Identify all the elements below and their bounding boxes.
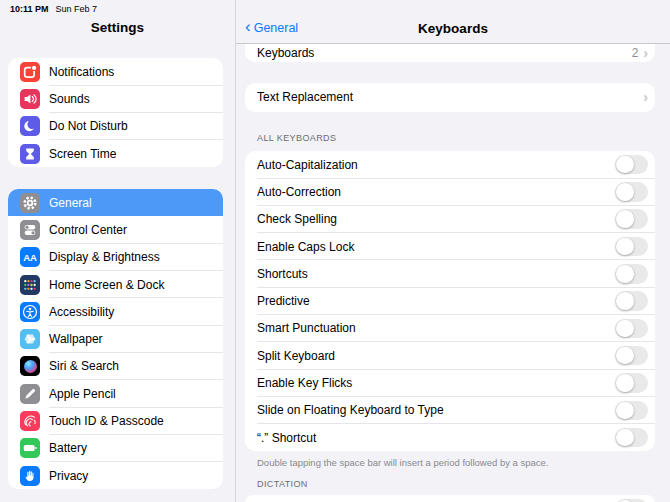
sidebar-item-label: Display & Brightness [49,250,160,264]
settings-sidebar: Settings NotificationsSoundsDo Not Distu… [0,0,235,502]
toggle-enable-key-flicks[interactable] [615,373,648,393]
home-screen-dock-icon [20,275,40,295]
sidebar-item-label: Do Not Disturb [49,119,128,133]
sidebar-item-battery[interactable]: Battery [8,435,223,462]
setting-label: Shortcuts [257,267,308,281]
setting-row-shortcut: “.” Shortcut [245,424,655,451]
setting-label: Auto-Correction [257,185,341,199]
toggle-smart-punctuation[interactable] [615,319,648,339]
sidebar-item-do-not-disturb[interactable]: Do Not Disturb [8,113,223,140]
sidebar-item-label: Siri & Search [49,359,119,373]
setting-label: Auto-Capitalization [257,158,358,172]
sidebar-item-control-center[interactable]: Control Center [8,216,223,243]
battery-icon [20,438,40,458]
toggle-shortcuts[interactable] [615,264,648,284]
toggle-check-spelling[interactable] [615,209,648,229]
text-replacement-label: Text Replacement [257,90,643,104]
toggle-knob [616,429,634,447]
panel-divider [235,0,236,502]
setting-row-predictive: Predictive [245,287,655,314]
wallpaper-icon [20,329,40,349]
sidebar-item-label: Screen Time [49,147,116,161]
toggle-knob [616,292,634,310]
sidebar-item-label: Accessibility [49,305,114,319]
setting-row-split-keyboard: Split Keyboard [245,342,655,369]
sidebar-item-screen-time[interactable]: Screen Time [8,140,223,167]
sidebar-item-accessibility[interactable]: Accessibility [8,298,223,325]
toggle-shortcut[interactable] [615,428,648,448]
sidebar-item-label: Wallpaper [49,332,103,346]
section-header-all-keyboards: ALL KEYBOARDS [257,133,336,143]
sidebar-item-label: Sounds [49,92,90,106]
section-footer-note: Double tapping the space bar will insert… [257,457,649,468]
toggle-knob [616,156,634,174]
chevron-right-icon: › [643,48,648,58]
sidebar-group-1: NotificationsSoundsDo Not DisturbScreen … [8,58,223,167]
sidebar-item-label: Apple Pencil [49,387,116,401]
text-replacement-row[interactable]: Text Replacement › [245,83,655,112]
toggle-knob [616,210,634,228]
siri-icon [20,356,40,376]
keyboards-card: Keyboards 2 › [245,44,655,62]
setting-row-enable-caps-lock: Enable Caps Lock [245,233,655,260]
sidebar-item-label: Control Center [49,223,127,237]
setting-row-smart-punctuation: Smart Punctuation [245,315,655,342]
sidebar-item-apple-pencil[interactable]: Apple Pencil [8,380,223,407]
setting-label: Enable Caps Lock [257,240,354,254]
toggle-split-keyboard[interactable] [615,346,648,366]
sidebar-item-home-screen-dock[interactable]: Home Screen & Dock [8,271,223,298]
all-keyboards-card: Auto-CapitalizationAuto-CorrectionCheck … [245,151,655,451]
toggle-enable-caps-lock[interactable] [615,237,648,257]
sidebar-title: Settings [0,20,235,35]
page-title: Keyboards [236,21,670,36]
do-not-disturb-moon-icon [20,116,40,136]
sidebar-item-privacy[interactable]: Privacy [8,462,223,489]
apple-pencil-icon [20,384,40,404]
toggle-knob [616,238,634,256]
sidebar-item-general[interactable]: General [8,189,223,216]
sidebar-item-label: Battery [49,441,87,455]
display-brightness-icon: AA [20,247,40,267]
setting-label: Split Keyboard [257,349,335,363]
sidebar-item-label: Touch ID & Passcode [49,414,164,428]
text-replacement-card: Text Replacement › [245,83,655,112]
setting-label: Slide on Floating Keyboard to Type [257,403,444,417]
keyboards-count: 2 [632,46,639,60]
touch-id-fingerprint-icon [20,411,40,431]
toggle-auto-capitalization[interactable] [615,155,648,175]
svg-text:AA: AA [23,252,37,263]
toggle-predictive[interactable] [615,291,648,311]
general-gear-icon [20,193,40,213]
toggle-knob [616,183,634,201]
toggle-knob [616,374,634,392]
sidebar-item-display-brightness[interactable]: AADisplay & Brightness [8,244,223,271]
setting-label: Enable Key Flicks [257,376,352,390]
sidebar-item-label: Notifications [49,65,114,79]
setting-label: Predictive [257,294,310,308]
dictation-toggle[interactable] [615,499,648,502]
control-center-icon [20,220,40,240]
setting-row-check-spelling: Check Spelling [245,206,655,233]
sidebar-item-wallpaper[interactable]: Wallpaper [8,325,223,352]
toggle-auto-correction[interactable] [615,182,648,202]
sidebar-item-sounds[interactable]: Sounds [8,85,223,112]
notifications-icon [20,62,40,82]
chevron-right-icon: › [643,92,648,102]
toggle-slide-on-floating-keyboard-to-type[interactable] [615,401,648,421]
keyboards-row[interactable]: Keyboards 2 › [245,44,655,62]
toggle-knob [616,347,634,365]
screen-time-hourglass-icon [20,144,40,164]
sidebar-item-siri-search[interactable]: Siri & Search [8,353,223,380]
sidebar-item-notifications[interactable]: Notifications [8,58,223,85]
setting-row-auto-correction: Auto-Correction [245,178,655,205]
keyboards-navbar: ‹ General Keyboards [236,0,670,44]
privacy-hand-icon [20,466,40,486]
setting-row-shortcuts: Shortcuts [245,260,655,287]
dictation-card [245,495,655,502]
sidebar-item-touch-id-passcode[interactable]: Touch ID & Passcode [8,407,223,434]
sidebar-group-2: GeneralControl CenterAADisplay & Brightn… [8,189,223,489]
setting-row-auto-capitalization: Auto-Capitalization [245,151,655,178]
sidebar-item-label: General [49,196,92,210]
setting-label: Smart Punctuation [257,321,356,335]
sounds-icon [20,89,40,109]
